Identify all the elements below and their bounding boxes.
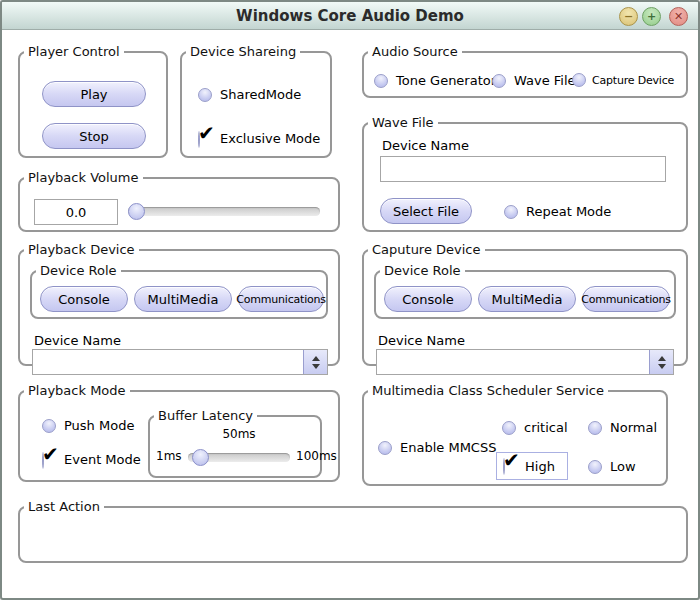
radio-icon [42, 419, 56, 433]
capture-console-button[interactable]: Console [384, 286, 472, 312]
mmcss-group: Multimedia Class Scheduler Service Enabl… [362, 383, 668, 486]
last-action-title: Last Action [24, 499, 104, 514]
multimedia-button-label: MultiMedia [148, 292, 219, 307]
playback-device-name-combobox[interactable] [32, 349, 328, 375]
close-icon: ✕ [674, 11, 683, 22]
player-control-title: Player Control [24, 44, 124, 59]
spinner-arrows-icon[interactable] [303, 350, 327, 374]
radio-icon [492, 74, 506, 88]
buffer-latency-max: 100ms [296, 449, 337, 463]
priority-critical-radio[interactable]: critical [502, 420, 568, 435]
wave-file-name-input[interactable] [380, 156, 666, 182]
capture-device-role-group: Device Role Console MultiMedia Communica… [374, 263, 676, 319]
wave-file-radio[interactable]: Wave File [492, 73, 576, 88]
check-icon: ✔ [42, 444, 59, 464]
priority-normal-radio[interactable]: Normal [588, 420, 657, 435]
arrow-up-icon [312, 356, 320, 361]
radio-icon [504, 205, 518, 219]
capture-device-name-value [377, 350, 649, 374]
shared-mode-radio[interactable]: SharedMode [198, 87, 301, 102]
checkbox-icon: ✔ [198, 132, 212, 146]
maximize-button[interactable]: + [642, 7, 661, 26]
exclusive-mode-checkbox[interactable]: ✔ Exclusive Mode [198, 131, 320, 146]
priority-low-radio[interactable]: Low [588, 459, 636, 474]
buffer-latency-min: 1ms [156, 449, 182, 463]
title-bar: Windows Core Audio Demo − + ✕ [2, 2, 698, 30]
playback-device-role-group: Device Role Console MultiMedia Communica… [30, 263, 328, 319]
playback-console-button[interactable]: Console [40, 286, 128, 312]
arrow-up-icon [658, 356, 666, 361]
play-button-label: Play [80, 87, 107, 102]
wave-file-title: Wave File [368, 115, 438, 130]
audio-source-group: Audio Source Tone Generator Wave File Ca… [362, 44, 688, 98]
communications-button-label: Communications [236, 293, 326, 306]
check-icon: ✔ [198, 123, 215, 143]
buffer-latency-slider[interactable] [188, 453, 290, 462]
wave-file-label: Wave File [514, 73, 576, 88]
radio-icon [374, 74, 388, 88]
capture-device-label: Capture Device [592, 74, 674, 87]
last-action-group: Last Action [18, 499, 688, 563]
playback-communications-button[interactable]: Communications [238, 286, 324, 312]
radio-icon [378, 441, 392, 455]
volume-slider[interactable] [128, 207, 320, 216]
tone-generator-radio[interactable]: Tone Generator [374, 73, 496, 88]
check-icon: ✔ [503, 450, 520, 470]
play-button[interactable]: Play [42, 81, 146, 107]
volume-value-field[interactable]: 0.0 [34, 199, 118, 225]
arrow-down-icon [658, 364, 666, 369]
playback-multimedia-button[interactable]: MultiMedia [134, 286, 232, 312]
capture-device-name-combobox[interactable] [376, 349, 674, 375]
capture-device-group: Caputure Device Device Role Console Mult… [362, 242, 688, 366]
capture-multimedia-button[interactable]: MultiMedia [478, 286, 576, 312]
enable-mmcss-radio[interactable]: Enable MMCSS [378, 440, 496, 455]
playback-device-name-label: Device Name [34, 333, 121, 348]
buffer-latency-thumb[interactable] [192, 449, 209, 466]
player-control-group: Player Control Play Stop [18, 44, 168, 158]
stop-button[interactable]: Stop [42, 123, 146, 149]
select-file-button[interactable]: Select File [380, 198, 472, 224]
playback-device-role-title: Device Role [36, 263, 121, 278]
spinner-arrows-icon[interactable] [649, 350, 673, 374]
radio-icon [502, 421, 516, 435]
buffer-latency-title: Buffer Latency [154, 408, 257, 423]
minimize-button[interactable]: − [619, 7, 638, 26]
playback-device-title: Playback Device [24, 242, 139, 257]
capture-communications-button[interactable]: Communications [582, 286, 670, 312]
playback-mode-group: Playback Mode Push Mode ✔ Event Mode Buf… [18, 383, 340, 482]
enable-mmcss-label: Enable MMCSS [400, 440, 496, 455]
volume-value: 0.0 [66, 205, 87, 220]
capture-device-title: Caputure Device [368, 242, 485, 257]
repeat-mode-radio[interactable]: Repeat Mode [504, 204, 611, 219]
mmcss-title: Multimedia Class Scheduler Service [368, 383, 608, 398]
volume-slider-thumb[interactable] [128, 203, 145, 220]
radio-icon [588, 460, 602, 474]
exclusive-mode-label: Exclusive Mode [220, 131, 320, 146]
app-window: Windows Core Audio Demo − + ✕ Player Con… [0, 0, 700, 600]
multimedia-button-label: MultiMedia [492, 292, 563, 307]
select-file-button-label: Select File [393, 204, 459, 219]
playback-volume-title: Playback Volume [24, 170, 143, 185]
radio-icon [588, 421, 602, 435]
event-mode-checkbox[interactable]: ✔ Event Mode [42, 452, 141, 467]
capture-device-role-title: Device Role [380, 263, 465, 278]
playback-mode-title: Playback Mode [24, 383, 130, 398]
console-button-label: Console [402, 292, 454, 307]
volume-slider-track[interactable] [128, 207, 320, 216]
priority-high-checkbox[interactable]: ✔ High [496, 452, 568, 480]
push-mode-radio[interactable]: Push Mode [42, 418, 134, 433]
arrow-down-icon [312, 364, 320, 369]
playback-volume-group: Playback Volume 0.0 [18, 170, 340, 232]
repeat-mode-label: Repeat Mode [526, 204, 611, 219]
capture-device-radio[interactable]: Capture Device [572, 73, 674, 87]
wave-file-device-name-label: Device Name [382, 138, 469, 153]
event-mode-label: Event Mode [64, 452, 141, 467]
capture-device-name-label: Device Name [378, 333, 465, 348]
checkbox-icon: ✔ [503, 459, 517, 473]
window-title: Windows Core Audio Demo [236, 7, 464, 25]
radio-icon [198, 88, 212, 102]
shared-mode-label: SharedMode [220, 87, 301, 102]
device-sharing-title: Device Shareing [186, 44, 300, 59]
push-mode-label: Push Mode [64, 418, 134, 433]
close-button[interactable]: ✕ [669, 7, 688, 26]
